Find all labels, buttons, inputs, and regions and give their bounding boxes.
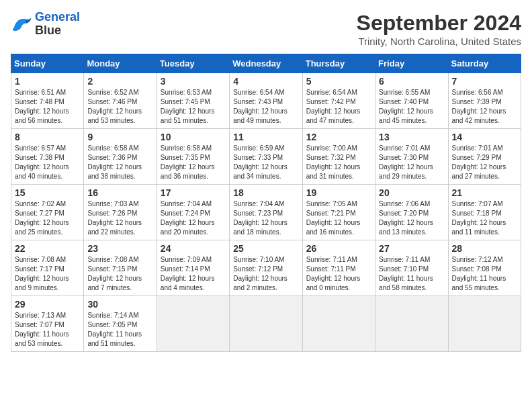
day-info: Sunrise: 6:58 AM Sunset: 7:36 PM Dayligh… (87, 144, 152, 181)
day-number: 29 (15, 299, 80, 310)
col-sunday: Sunday (11, 54, 84, 73)
day-cell: 29 Sunrise: 7:13 AM Sunset: 7:07 PM Dayl… (11, 296, 84, 352)
day-number: 19 (306, 187, 371, 198)
day-cell: 16 Sunrise: 7:03 AM Sunset: 7:26 PM Dayl… (84, 185, 157, 240)
day-cell: 18 Sunrise: 7:04 AM Sunset: 7:23 PM Dayl… (230, 185, 302, 240)
month-title: September 2024 (357, 11, 521, 36)
day-info: Sunrise: 6:51 AM Sunset: 7:48 PM Dayligh… (15, 88, 80, 126)
day-number: 10 (161, 132, 226, 142)
day-info: Sunrise: 7:01 AM Sunset: 7:30 PM Dayligh… (379, 144, 444, 181)
day-cell (157, 296, 229, 352)
day-info: Sunrise: 7:11 AM Sunset: 7:11 PM Dayligh… (306, 255, 371, 293)
day-info: Sunrise: 7:09 AM Sunset: 7:14 PM Dayligh… (161, 255, 226, 293)
day-info: Sunrise: 7:11 AM Sunset: 7:10 PM Dayligh… (379, 255, 444, 293)
day-cell: 17 Sunrise: 7:04 AM Sunset: 7:24 PM Dayl… (157, 185, 229, 240)
day-cell: 13 Sunrise: 7:01 AM Sunset: 7:30 PM Dayl… (375, 129, 448, 185)
col-monday: Monday (84, 54, 157, 73)
day-number: 20 (379, 187, 444, 198)
day-cell: 26 Sunrise: 7:11 AM Sunset: 7:11 PM Dayl… (302, 240, 375, 296)
day-info: Sunrise: 7:06 AM Sunset: 7:20 PM Dayligh… (379, 199, 444, 237)
day-cell: 3 Sunrise: 6:53 AM Sunset: 7:45 PM Dayli… (157, 73, 229, 129)
col-tuesday: Tuesday (157, 54, 229, 73)
day-info: Sunrise: 7:08 AM Sunset: 7:17 PM Dayligh… (15, 255, 80, 293)
location: Trinity, North Carolina, United States (357, 36, 521, 47)
week-row-3: 15 Sunrise: 7:02 AM Sunset: 7:27 PM Dayl… (11, 185, 521, 240)
day-number: 12 (306, 132, 371, 142)
day-info: Sunrise: 6:54 AM Sunset: 7:42 PM Dayligh… (306, 88, 371, 126)
day-cell (375, 296, 448, 352)
day-number: 21 (452, 187, 517, 198)
day-info: Sunrise: 7:04 AM Sunset: 7:24 PM Dayligh… (161, 199, 226, 237)
day-number: 9 (87, 132, 152, 142)
day-number: 8 (15, 132, 80, 142)
day-number: 5 (306, 76, 371, 87)
day-cell (230, 296, 302, 352)
day-info: Sunrise: 6:55 AM Sunset: 7:40 PM Dayligh… (379, 88, 444, 126)
day-number: 27 (379, 243, 444, 254)
day-cell: 30 Sunrise: 7:14 AM Sunset: 7:05 PM Dayl… (84, 296, 157, 352)
day-cell: 8 Sunrise: 6:57 AM Sunset: 7:38 PM Dayli… (11, 129, 84, 185)
day-number: 28 (452, 243, 517, 254)
day-cell: 25 Sunrise: 7:10 AM Sunset: 7:12 PM Dayl… (230, 240, 302, 296)
day-number: 2 (87, 76, 152, 87)
day-number: 13 (379, 132, 444, 142)
day-cell (302, 296, 375, 352)
day-cell: 22 Sunrise: 7:08 AM Sunset: 7:17 PM Dayl… (11, 240, 84, 296)
day-cell: 28 Sunrise: 7:12 AM Sunset: 7:08 PM Dayl… (448, 240, 521, 296)
day-cell: 19 Sunrise: 7:05 AM Sunset: 7:21 PM Dayl… (302, 185, 375, 240)
day-cell: 20 Sunrise: 7:06 AM Sunset: 7:20 PM Dayl… (375, 185, 448, 240)
day-info: Sunrise: 6:52 AM Sunset: 7:46 PM Dayligh… (87, 88, 152, 126)
day-number: 24 (161, 243, 226, 254)
day-cell: 1 Sunrise: 6:51 AM Sunset: 7:48 PM Dayli… (11, 73, 84, 129)
day-cell: 9 Sunrise: 6:58 AM Sunset: 7:36 PM Dayli… (84, 129, 157, 185)
header: General Blue September 2024 Trinity, Nor… (11, 11, 521, 47)
col-thursday: Thursday (302, 54, 375, 73)
day-info: Sunrise: 7:08 AM Sunset: 7:15 PM Dayligh… (87, 255, 152, 293)
day-info: Sunrise: 6:54 AM Sunset: 7:43 PM Dayligh… (233, 88, 298, 126)
day-cell: 5 Sunrise: 6:54 AM Sunset: 7:42 PM Dayli… (302, 73, 375, 129)
day-number: 30 (87, 299, 152, 310)
day-cell: 2 Sunrise: 6:52 AM Sunset: 7:46 PM Dayli… (84, 73, 157, 129)
day-info: Sunrise: 6:59 AM Sunset: 7:33 PM Dayligh… (233, 144, 298, 181)
day-info: Sunrise: 6:53 AM Sunset: 7:45 PM Dayligh… (161, 88, 226, 126)
week-row-4: 22 Sunrise: 7:08 AM Sunset: 7:17 PM Dayl… (11, 240, 521, 296)
day-number: 14 (452, 132, 517, 142)
day-info: Sunrise: 6:56 AM Sunset: 7:39 PM Dayligh… (452, 88, 517, 126)
day-cell: 21 Sunrise: 7:07 AM Sunset: 7:18 PM Dayl… (448, 185, 521, 240)
day-info: Sunrise: 7:00 AM Sunset: 7:32 PM Dayligh… (306, 144, 371, 181)
day-info: Sunrise: 7:05 AM Sunset: 7:21 PM Dayligh… (306, 199, 371, 237)
day-cell: 15 Sunrise: 7:02 AM Sunset: 7:27 PM Dayl… (11, 185, 84, 240)
day-number: 16 (87, 187, 152, 198)
calendar-table: Sunday Monday Tuesday Wednesday Thursday… (11, 54, 521, 352)
day-info: Sunrise: 6:57 AM Sunset: 7:38 PM Dayligh… (15, 144, 80, 181)
col-wednesday: Wednesday (230, 54, 302, 73)
title-area: September 2024 Trinity, North Carolina, … (357, 11, 521, 47)
day-info: Sunrise: 7:01 AM Sunset: 7:29 PM Dayligh… (452, 144, 517, 181)
day-number: 18 (233, 187, 298, 198)
day-number: 7 (452, 76, 517, 87)
day-number: 3 (161, 76, 226, 87)
day-cell: 27 Sunrise: 7:11 AM Sunset: 7:10 PM Dayl… (375, 240, 448, 296)
day-info: Sunrise: 7:02 AM Sunset: 7:27 PM Dayligh… (15, 199, 80, 237)
day-cell: 23 Sunrise: 7:08 AM Sunset: 7:15 PM Dayl… (84, 240, 157, 296)
day-number: 6 (379, 76, 444, 87)
day-info: Sunrise: 7:13 AM Sunset: 7:07 PM Dayligh… (15, 311, 80, 349)
week-row-1: 1 Sunrise: 6:51 AM Sunset: 7:48 PM Dayli… (11, 73, 521, 129)
logo: General Blue (11, 11, 80, 38)
day-cell: 12 Sunrise: 7:00 AM Sunset: 7:32 PM Dayl… (302, 129, 375, 185)
day-number: 17 (161, 187, 226, 198)
day-cell (448, 296, 521, 352)
header-row: Sunday Monday Tuesday Wednesday Thursday… (11, 54, 521, 73)
day-number: 22 (15, 243, 80, 254)
day-cell: 4 Sunrise: 6:54 AM Sunset: 7:43 PM Dayli… (230, 73, 302, 129)
day-info: Sunrise: 6:58 AM Sunset: 7:35 PM Dayligh… (161, 144, 226, 181)
day-cell: 6 Sunrise: 6:55 AM Sunset: 7:40 PM Dayli… (375, 73, 448, 129)
day-info: Sunrise: 7:10 AM Sunset: 7:12 PM Dayligh… (233, 255, 298, 293)
day-number: 4 (233, 76, 298, 87)
day-cell: 10 Sunrise: 6:58 AM Sunset: 7:35 PM Dayl… (157, 129, 229, 185)
day-cell: 24 Sunrise: 7:09 AM Sunset: 7:14 PM Dayl… (157, 240, 229, 296)
day-cell: 11 Sunrise: 6:59 AM Sunset: 7:33 PM Dayl… (230, 129, 302, 185)
day-info: Sunrise: 7:12 AM Sunset: 7:08 PM Dayligh… (452, 255, 517, 293)
day-info: Sunrise: 7:14 AM Sunset: 7:05 PM Dayligh… (87, 311, 152, 349)
logo-text: General Blue (35, 11, 80, 38)
